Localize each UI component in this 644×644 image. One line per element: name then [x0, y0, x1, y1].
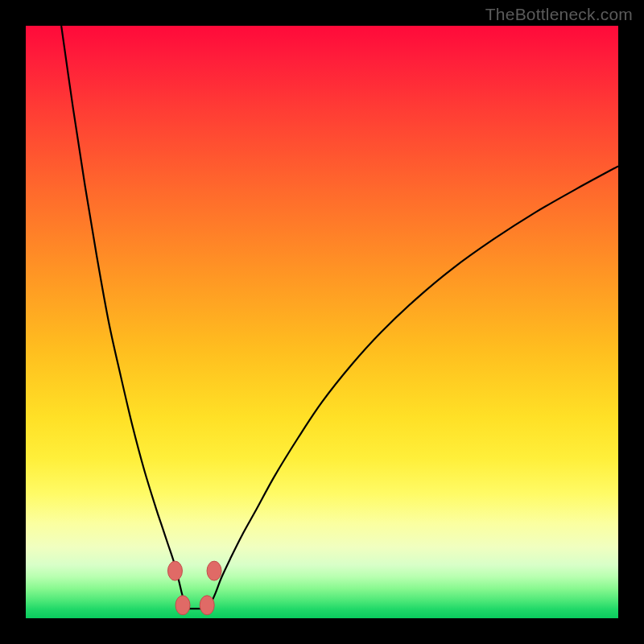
curve-marker	[175, 596, 190, 615]
curve-layer	[26, 26, 618, 618]
plot-area	[26, 26, 618, 618]
watermark-text: TheBottleneck.com	[485, 5, 633, 24]
chart-frame: TheBottleneck.com	[0, 0, 644, 644]
curve-marker	[200, 596, 214, 615]
curve-marker	[167, 561, 182, 580]
marker-group	[167, 561, 221, 615]
curve-marker	[207, 561, 221, 580]
bottleneck-curve	[61, 26, 618, 609]
